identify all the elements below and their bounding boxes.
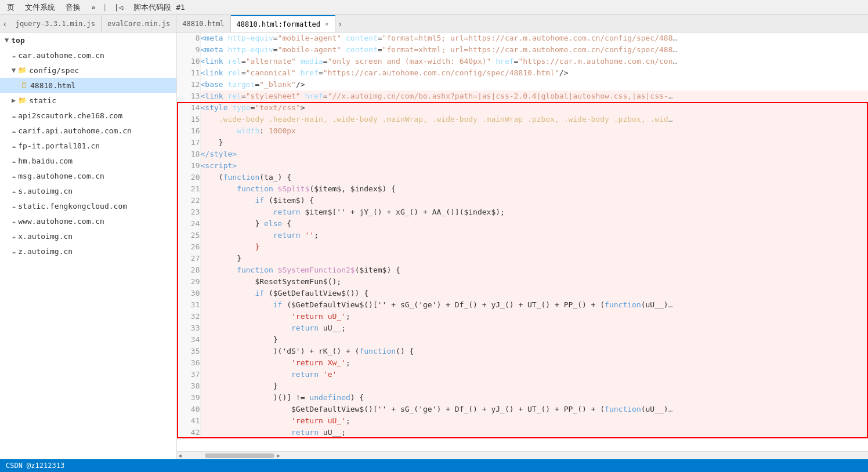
line-content: return uU__; (200, 322, 868, 334)
table-row: 42 return uU__; (177, 427, 868, 438)
sidebar-item-s-autoimg[interactable]: ☁ s.autoimg.cn (0, 183, 176, 198)
line-number: 42 (177, 427, 200, 438)
line-number: 27 (177, 253, 200, 264)
cloud-carif-icon: ☁ (12, 126, 16, 135)
cloud-msg-icon: ☁ (12, 172, 16, 180)
table-row: 32 'return uU_'; (177, 311, 868, 322)
main-layout: ▼ top ☁ car.autohome.com.cn ▼ 📁 config/s… (0, 32, 868, 459)
sidebar-item-z-autoimg[interactable]: ☁ z.autoimg.cn (0, 244, 176, 259)
sidebar-car-autohome-label: car.autohome.com.cn (18, 51, 104, 60)
line-number: 29 (177, 276, 200, 288)
table-row: 25 return ''; (177, 230, 868, 241)
line-content: } else { (200, 218, 868, 230)
menu-page[interactable]: 页 (2, 1, 19, 14)
line-content: if ($GetDefaultView$()['' + sG_('ge') + … (200, 299, 868, 311)
tab-evalcore[interactable]: evalCore.min.js (102, 15, 176, 32)
table-row: 16 width: 1000px (177, 125, 868, 137)
tab-nav-right[interactable]: › (335, 15, 345, 32)
table-row: 30 if ($GetDefaultView$()) { (177, 288, 868, 299)
scroll-left-btn[interactable]: ◀ (178, 452, 182, 459)
sidebar-item-48810html[interactable]: 🗒 48810.html (0, 78, 176, 93)
menu-script-segment[interactable]: 脚本代码段 #1 (129, 1, 189, 14)
line-number: 36 (177, 357, 200, 369)
line-content: return uU__; (200, 427, 868, 438)
table-row: 10 <link rel="alternate" media="only scr… (177, 56, 868, 67)
horizontal-scrollbar[interactable]: ◀ ▶ (177, 451, 868, 459)
line-content: width: 1000px (200, 125, 868, 137)
tab-48810html[interactable]: 48810.html (176, 15, 230, 32)
cloud-x-icon: ☁ (12, 232, 16, 240)
table-row: 39 )()] != undefined) { (177, 392, 868, 404)
tab-48810html-label: 48810.html (182, 20, 224, 28)
sidebar-item-x-autoimg[interactable]: ☁ x.autoimg.cn (0, 228, 176, 244)
line-content: function $SystemFunction2$($item$) { (200, 264, 868, 276)
line-content: <link rel="canonical" href="https://car.… (200, 67, 868, 79)
cloud-www-icon: ☁ (12, 217, 16, 225)
menu-sep: | (102, 3, 108, 12)
table-row: 31 if ($GetDefaultView$()['' + sG_('ge')… (177, 299, 868, 311)
line-number: 32 (177, 311, 200, 322)
sidebar-item-carif-api[interactable]: ☁ carif.api.autohome.com.cn (0, 123, 176, 138)
status-bar: CSDN @z1212313 (0, 459, 868, 472)
sidebar-static-label: static (29, 96, 56, 105)
sidebar-carif-label: carif.api.autohome.com.cn (18, 126, 132, 135)
line-number: 26 (177, 241, 200, 253)
table-row: 8 <meta http-equiv="mobile-agent" conten… (177, 32, 868, 44)
sidebar-www-label: www.autohome.com.cn (18, 217, 104, 226)
arrow-down-icon: ▼ (12, 66, 16, 74)
menu-more[interactable]: » (86, 2, 100, 13)
sidebar-item-hm-baidu[interactable]: ☁ hm.baidu.com (0, 153, 176, 168)
table-row: 40 $GetDefaultView$()['' + sG_('ge') + D… (177, 404, 868, 415)
table-row: 28 function $SystemFunction2$($item$) { (177, 264, 868, 276)
code-container[interactable]: 8 <meta http-equiv="mobile-agent" conten… (177, 32, 868, 451)
sidebar-item-car-autohome[interactable]: ☁ car.autohome.com.cn (0, 48, 176, 63)
tab-close-icon[interactable]: ✕ (325, 20, 329, 28)
line-number: 30 (177, 288, 200, 299)
menu-filesystem[interactable]: 文件系统 (20, 1, 60, 14)
table-row: 23 return $item$['' + jY_() + xG_() + AA… (177, 206, 868, 218)
line-number: 17 (177, 137, 200, 148)
table-row: 13 <link rel="stylesheet" href="//x.auto… (177, 90, 868, 102)
line-content: </style> (200, 148, 868, 160)
menu-nav-back[interactable]: |◁ (110, 2, 128, 13)
line-number: 10 (177, 56, 200, 67)
tab-nav-left[interactable]: ‹ (0, 15, 10, 32)
sidebar-item-api2scautork[interactable]: ☁ api2scautork.che168.com (0, 108, 176, 123)
line-number: 23 (177, 206, 200, 218)
table-row: 21 function $Split$($item$, $index$) { (177, 183, 868, 195)
sidebar-item-msg-autohome[interactable]: ☁ msg.autohome.com.cn (0, 168, 176, 183)
line-number: 38 (177, 380, 200, 392)
cloud-hm-icon: ☁ (12, 157, 16, 165)
sidebar-api2-label: api2scautork.che168.com (18, 111, 122, 120)
sidebar-item-www-autohome[interactable]: ☁ www.autohome.com.cn (0, 213, 176, 228)
line-number: 39 (177, 392, 200, 404)
scroll-thumb[interactable] (205, 453, 274, 458)
cloud-fp-icon: ☁ (12, 141, 16, 150)
scroll-right-btn[interactable]: ▶ (277, 452, 280, 459)
line-content: (function(ta_) { (200, 172, 868, 183)
sidebar-item-static-fengkong[interactable]: ☁ static.fengkongcloud.com (0, 198, 176, 213)
sidebar-z-label: z.autoimg.cn (18, 247, 73, 256)
line-content: 'return uU_'; (200, 415, 868, 427)
tab-jquery[interactable]: jquery-3.3.1.min.js (10, 15, 102, 32)
line-content: <link rel="stylesheet" href="//x.autoimg… (200, 90, 868, 102)
tab-48810formatted[interactable]: 48810.html:formatted ✕ (231, 15, 335, 32)
line-number: 33 (177, 322, 200, 334)
sidebar-item-top[interactable]: ▼ top (0, 32, 176, 48)
table-row: 36 'return Xw_'; (177, 357, 868, 369)
line-content: function $Split$($item$, $index$) { (200, 183, 868, 195)
line-number: 8 (177, 32, 200, 44)
line-content: return 'e' (200, 369, 868, 380)
arrow-right-static-icon: ▶ (12, 96, 16, 104)
line-content: return $item$['' + jY_() + xG_() + AA_()… (200, 206, 868, 218)
sidebar-item-static[interactable]: ▶ 📁 static (0, 93, 176, 108)
sidebar-item-fp-it[interactable]: ☁ fp-it.portal101.cn (0, 138, 176, 153)
table-row: 14 <style type="text/css"> (177, 102, 868, 114)
code-table: 8 <meta http-equiv="mobile-agent" conten… (177, 32, 868, 438)
line-content: } (200, 253, 868, 264)
table-row: 27 } (177, 253, 868, 264)
menu-audio[interactable]: 音换 (61, 1, 85, 14)
table-row: 20 (function(ta_) { (177, 172, 868, 183)
line-number: 15 (177, 114, 200, 125)
sidebar-item-config-spec[interactable]: ▼ 📁 config/spec (0, 63, 176, 78)
